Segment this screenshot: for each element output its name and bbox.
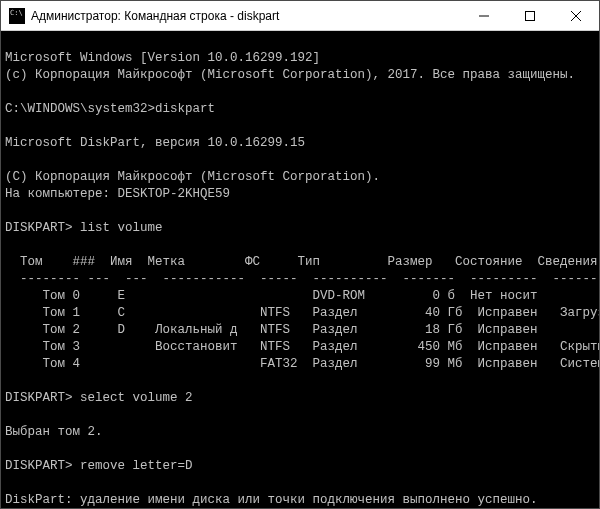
prompt-line: DISKPART> list volume (5, 221, 163, 235)
titlebar-buttons (461, 1, 599, 30)
table-row: Том 1 C NTFS Раздел 40 Гб Исправен Загру… (5, 306, 599, 320)
output-line: (C) Корпорация Майкрософт (Microsoft Cor… (5, 170, 380, 184)
cmd-window: Администратор: Командная строка - diskpa… (0, 0, 600, 509)
command: select volume 2 (80, 391, 193, 405)
output-line: (c) Корпорация Майкрософт (Microsoft Cor… (5, 68, 575, 82)
titlebar: Администратор: Командная строка - diskpa… (1, 1, 599, 31)
close-icon (571, 11, 581, 21)
maximize-button[interactable] (507, 1, 553, 30)
terminal-output[interactable]: Microsoft Windows [Version 10.0.16299.19… (1, 31, 599, 508)
prompt-line: C:\WINDOWS\system32>diskpart (5, 102, 215, 116)
table-divider: -------- --- --- ----------- ----- -----… (5, 272, 599, 286)
table-row: Том 4 FAT32 Раздел 99 Мб Исправен Систем… (5, 357, 599, 371)
output-line: Microsoft Windows [Version 10.0.16299.19… (5, 51, 320, 65)
command: remove letter=D (80, 459, 193, 473)
prompt: DISKPART> (5, 221, 80, 235)
prompt: C:\WINDOWS\system32> (5, 102, 155, 116)
output-line: На компьютере: DESKTOP-2KHQE59 (5, 187, 230, 201)
prompt-line: DISKPART> remove letter=D (5, 459, 193, 473)
output-line: DiskPart: удаление имени диска или точки… (5, 493, 538, 507)
table-row: Том 0 E DVD-ROM 0 б Нет носит (5, 289, 538, 303)
output-line: Microsoft DiskPart, версия 10.0.16299.15 (5, 136, 305, 150)
minimize-icon (479, 11, 489, 21)
minimize-button[interactable] (461, 1, 507, 30)
command: list volume (80, 221, 163, 235)
output-line: Выбран том 2. (5, 425, 103, 439)
prompt: DISKPART> (5, 459, 80, 473)
window-title: Администратор: Командная строка - diskpa… (31, 9, 461, 23)
prompt: DISKPART> (5, 391, 80, 405)
command: diskpart (155, 102, 215, 116)
cmd-icon (9, 8, 25, 24)
svg-rect-1 (526, 11, 535, 20)
table-row: Том 3 Восстановит NTFS Раздел 450 Мб Исп… (5, 340, 599, 354)
prompt-line: DISKPART> select volume 2 (5, 391, 193, 405)
table-header: Том ### Имя Метка ФС Тип Размер Состояни… (5, 255, 598, 269)
close-button[interactable] (553, 1, 599, 30)
maximize-icon (525, 11, 535, 21)
table-row: Том 2 D Локальный д NTFS Раздел 18 Гб Ис… (5, 323, 538, 337)
